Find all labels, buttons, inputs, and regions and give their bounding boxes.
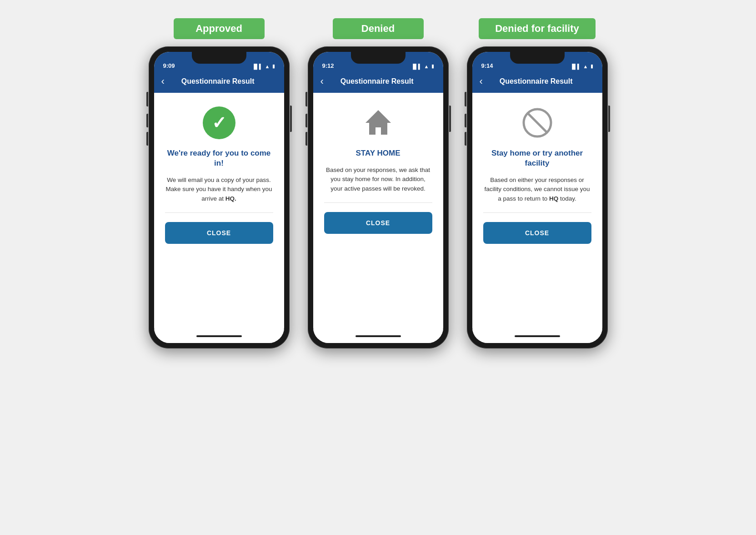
divider (324, 202, 432, 203)
result-icon (362, 106, 395, 139)
nav-title: Questionnaire Result (487, 77, 585, 86)
denied-facility-badge: Denied for facility (479, 18, 596, 39)
nav-bar: ‹ Questionnaire Result (472, 72, 602, 93)
svg-line-2 (528, 113, 547, 132)
divider (483, 212, 591, 213)
svg-marker-0 (365, 110, 391, 135)
denied-badge: Denied (333, 18, 424, 39)
back-button[interactable]: ‹ (161, 76, 165, 86)
close-button[interactable]: CLOSE (165, 222, 273, 244)
status-icons: ▐▌▌ ▲ ▮ (411, 63, 434, 69)
close-button[interactable]: CLOSE (483, 222, 591, 244)
wifi-icon: ▲ (583, 64, 588, 69)
nav-title: Questionnaire Result (328, 77, 426, 86)
result-icon (203, 106, 235, 139)
denied-facility-phone: 9:14 ▐▌▌ ▲ ▮ ‹ Questionnaire Result (467, 46, 608, 348)
checkmark-icon (203, 106, 235, 139)
home-bar-indicator (196, 335, 242, 337)
result-heading: We're ready for you to come in! (165, 148, 273, 168)
notch (192, 52, 246, 64)
screen-content: STAY HOME Based on your responses, we as… (313, 93, 443, 329)
approved-phone: 9:09 ▐▌▌ ▲ ▮ ‹ Questionnaire Result We'r… (149, 46, 290, 348)
house-icon (362, 106, 395, 139)
result-heading: Stay home or try another facility (483, 148, 591, 168)
no-entry-icon (521, 106, 554, 139)
signal-icon: ▐▌▌ (411, 64, 421, 69)
signal-icon: ▐▌▌ (252, 64, 262, 69)
wifi-icon: ▲ (424, 64, 429, 69)
home-bar (313, 329, 443, 343)
battery-icon: ▮ (591, 63, 593, 69)
status-icons: ▐▌▌ ▲ ▮ (570, 63, 593, 69)
nav-bar: ‹ Questionnaire Result (313, 72, 443, 93)
screen-content: Stay home or try another facility Based … (472, 93, 602, 329)
battery-icon: ▮ (431, 63, 434, 69)
signal-icon: ▐▌▌ (570, 64, 581, 69)
home-bar-indicator (515, 335, 560, 337)
result-body: Based on either your responses or facili… (483, 176, 591, 203)
result-heading: STAY HOME (356, 148, 401, 158)
notch (510, 52, 565, 64)
status-time: 9:14 (481, 62, 493, 69)
approved-badge: Approved (174, 18, 265, 39)
result-body: We will email you a copy of your pass. M… (165, 176, 273, 203)
status-time: 9:09 (163, 62, 175, 69)
denied-screen: 9:12 ▐▌▌ ▲ ▮ ‹ Questionnaire Result STAY… (313, 52, 443, 343)
result-body: Based on your responses, we ask that you… (324, 166, 432, 193)
screen-content: We're ready for you to come in! We will … (154, 93, 284, 329)
nav-bar: ‹ Questionnaire Result (154, 72, 284, 93)
back-button[interactable]: ‹ (480, 76, 483, 86)
notch (351, 52, 406, 64)
approved-column: Approved 9:09 ▐▌▌ ▲ ▮ ‹ Questionnaire Re… (149, 18, 290, 348)
status-icons: ▐▌▌ ▲ ▮ (252, 63, 275, 69)
denied-column: Denied 9:12 ▐▌▌ ▲ ▮ ‹ Questionnaire Resu… (308, 18, 449, 348)
home-bar-indicator (355, 335, 401, 337)
home-bar (472, 329, 602, 343)
wifi-icon: ▲ (265, 64, 270, 69)
divider (165, 212, 273, 213)
denied-facility-screen: 9:14 ▐▌▌ ▲ ▮ ‹ Questionnaire Result (472, 52, 602, 343)
battery-icon: ▮ (272, 63, 275, 69)
approved-screen: 9:09 ▐▌▌ ▲ ▮ ‹ Questionnaire Result We'r… (154, 52, 284, 343)
result-icon (521, 106, 554, 139)
close-button[interactable]: CLOSE (324, 212, 432, 234)
back-button[interactable]: ‹ (320, 76, 324, 86)
denied-phone: 9:12 ▐▌▌ ▲ ▮ ‹ Questionnaire Result STAY… (308, 46, 449, 348)
status-time: 9:12 (322, 62, 334, 69)
home-bar (154, 329, 284, 343)
nav-title: Questionnaire Result (169, 77, 267, 86)
denied-facility-column: Denied for facility 9:14 ▐▌▌ ▲ ▮ ‹ Quest… (467, 18, 608, 348)
